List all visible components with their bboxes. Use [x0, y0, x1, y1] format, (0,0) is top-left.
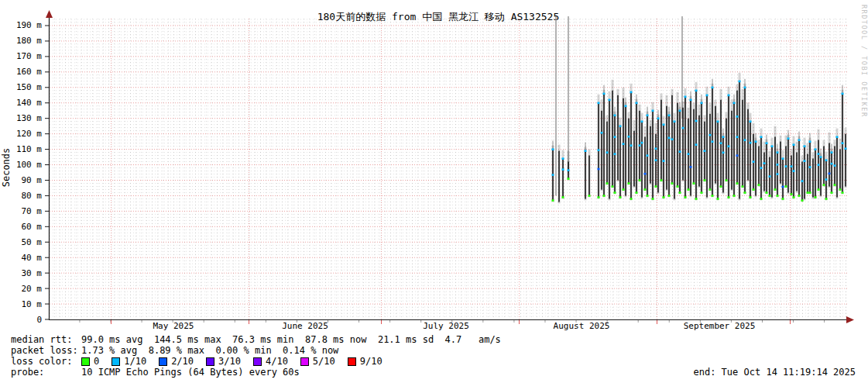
- y-tick-label: 40 m: [22, 253, 43, 263]
- loss1-dot: [684, 96, 687, 98]
- y-tick-label: 30 m: [22, 268, 43, 278]
- loss0-dot: [742, 185, 744, 188]
- loss0-dot: [717, 198, 719, 200]
- loss1-dot: [641, 142, 643, 144]
- loss-legend-label: 4/10: [266, 356, 288, 367]
- loss0-dot: [588, 195, 591, 197]
- loss1-dot: [636, 102, 638, 105]
- loss1-dot: [679, 110, 681, 112]
- loss-legend-item: 2/10: [159, 356, 194, 367]
- y-axis-label: Seconds: [1, 148, 12, 188]
- stat-row-probe: probe:10 ICMP Echo Pings (64 Bytes) ever…: [11, 367, 501, 378]
- y-tick-label: 170 m: [16, 51, 42, 61]
- x-month-label: May 2025: [153, 321, 194, 331]
- loss0-dot: [842, 192, 844, 194]
- loss1-dot: [562, 157, 564, 160]
- loss1-dot: [647, 114, 649, 116]
- loss0-dot: [660, 179, 663, 181]
- loss0-dot: [791, 193, 793, 195]
- loss0-dot: [693, 182, 695, 185]
- loss2-dot: [690, 166, 692, 168]
- y-tick-label: 190 m: [16, 20, 42, 30]
- loss-legend-item: 9/10: [348, 356, 383, 367]
- stat-value-probe: 10 ICMP Echo Pings (64 Bytes) every 60s: [81, 367, 300, 378]
- loss0-dot: [623, 188, 625, 191]
- loss1-dot: [712, 140, 714, 143]
- loss0-dot: [598, 196, 600, 198]
- loss1-dot: [818, 153, 820, 155]
- loss0-dot: [760, 198, 763, 200]
- loss1-dot: [712, 87, 714, 89]
- loss0-dot: [668, 195, 671, 197]
- loss1-dot: [709, 134, 712, 136]
- loss1-dot: [820, 156, 822, 158]
- loss1-dot: [695, 120, 698, 122]
- loss0-dot: [552, 199, 554, 202]
- loss0-dot: [736, 182, 739, 185]
- loss1-dot: [825, 178, 828, 181]
- loss1-dot: [804, 145, 806, 147]
- y-tick-label: 50 m: [22, 237, 43, 247]
- loss2-dot: [829, 172, 831, 174]
- loss1-dot: [831, 151, 833, 154]
- y-tick-label: 60 m: [22, 222, 43, 232]
- loss1-dot: [739, 81, 741, 83]
- loss0-dot: [726, 179, 728, 181]
- y-tick-label: 100 m: [16, 160, 42, 170]
- loss1-dot: [623, 143, 625, 145]
- loss0-dot: [677, 185, 679, 188]
- loss0-dot: [695, 198, 698, 200]
- stat-row-loss-color: loss color:01/102/103/104/105/109/10: [11, 356, 501, 367]
- loss0-dot: [647, 195, 649, 197]
- loss0-dot: [704, 179, 706, 181]
- loss1-dot: [728, 95, 730, 97]
- loss1-dot: [736, 116, 739, 118]
- loss1-dot: [585, 150, 587, 152]
- loss-legend-label: 9/10: [360, 356, 383, 367]
- loss1-dot: [598, 149, 600, 151]
- loss1-dot: [657, 117, 660, 119]
- loss1-dot: [603, 93, 606, 95]
- smoke-spike: [555, 16, 557, 195]
- stat-value-median-rtt: 99.0 ms avg 144.5 ms max 76.3 ms min 87.…: [81, 334, 501, 345]
- loss1-dot: [733, 102, 736, 105]
- loss0-dot: [774, 188, 777, 191]
- loss1-dot: [804, 160, 806, 162]
- loss1-dot: [717, 120, 719, 122]
- loss0-dot: [603, 195, 606, 197]
- y-tick-label: 80 m: [22, 191, 43, 201]
- loss0-dot: [831, 192, 833, 194]
- loss0-dot: [612, 185, 614, 188]
- loss0-dot: [568, 178, 570, 180]
- loss1-dot: [815, 148, 817, 150]
- loss0-dot: [630, 198, 633, 200]
- loss0-dot: [798, 195, 801, 197]
- loss1-dot: [663, 123, 665, 126]
- loss-legend-label: 3/10: [218, 356, 241, 367]
- loss1-dot: [842, 142, 844, 144]
- loss0-dot: [728, 196, 730, 198]
- loss1-dot: [663, 160, 665, 162]
- loss1-dot: [791, 165, 793, 167]
- loss0-dot: [614, 192, 616, 194]
- loss0-dot: [684, 196, 687, 198]
- x-month-label: September 2025: [684, 321, 756, 331]
- loss0-dot: [753, 188, 755, 191]
- loss1-dot: [647, 154, 649, 157]
- loss0-dot: [785, 185, 787, 188]
- loss1-dot: [760, 167, 763, 169]
- loss1-dot: [777, 151, 779, 154]
- loss1-dot: [787, 137, 790, 140]
- loss0-dot: [758, 184, 760, 186]
- loss1-dot: [777, 164, 779, 166]
- loss1-dot: [601, 132, 603, 134]
- loss2-dot: [598, 168, 600, 171]
- loss0-dot: [606, 182, 609, 185]
- loss1-dot: [785, 165, 787, 167]
- loss0-dot: [720, 185, 722, 188]
- loss1-dot: [619, 125, 622, 127]
- loss1-dot: [750, 120, 752, 122]
- loss0-dot: [782, 198, 784, 200]
- loss1-dot: [793, 170, 795, 172]
- loss0-dot: [709, 188, 712, 191]
